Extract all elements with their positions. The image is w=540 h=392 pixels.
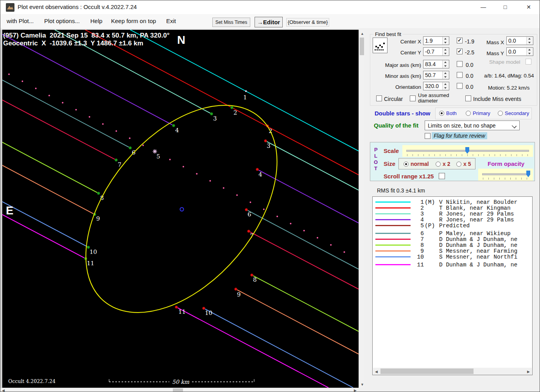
chord-line-11: [176, 307, 328, 388]
major-axis-delta: 0.0: [466, 62, 473, 68]
predicted-path-dot: [8, 74, 10, 75]
spin-down-icon[interactable]: [443, 41, 449, 45]
menu-keep-on-top[interactable]: Keep form on top: [108, 14, 159, 28]
center-y-input[interactable]: -0.7: [423, 47, 449, 56]
legend-row[interactable]: 9S Messner, near Farming: [373, 248, 532, 254]
center-x-delta: -1.9: [465, 38, 474, 45]
predicted-path-dot: [249, 201, 251, 203]
legend-row[interactable]: 5(P)Predicted: [373, 223, 532, 228]
legend-row[interactable]: 1(M)V Nikitin, near Boulder: [373, 199, 532, 205]
find-best-fit-button[interactable]: [373, 38, 388, 53]
chord-line-11: [0, 214, 86, 259]
center-x-lock-checkbox[interactable]: [457, 38, 463, 43]
legend-row[interactable]: 8D Dunham & J Dunham, ne: [373, 242, 532, 248]
center-y-lock-checkbox[interactable]: [457, 49, 463, 54]
scroll-up-icon[interactable]: ▲: [361, 32, 364, 36]
major-axis-label: Major axis (km): [383, 62, 421, 68]
minor-axis-input[interactable]: 50.7: [423, 71, 449, 79]
legend-row[interactable]: 3R Jones, near 29 Palms: [373, 211, 532, 217]
orientation-input[interactable]: 320.0: [423, 82, 449, 90]
form-opacity-slider-thumb[interactable]: [526, 171, 530, 177]
scroll-down-icon[interactable]: ▼: [361, 383, 364, 387]
legend-color-swatch: [375, 201, 411, 203]
plot-vertical-scrollbar[interactable]: ▲ ▼: [359, 30, 364, 388]
plot-horizontal-scrollbar[interactable]: ◀ ▶: [0, 388, 359, 392]
motion-note: Motion: 5.22 km/s: [488, 85, 530, 91]
center-x-input[interactable]: 1.9: [423, 36, 449, 45]
ellipse-center-marker: [180, 208, 184, 211]
editor-button[interactable]: →Editor: [255, 17, 283, 27]
menu-help[interactable]: Help: [87, 14, 106, 28]
legend-color-swatch: [375, 233, 411, 234]
minimize-button[interactable]: —: [472, 0, 494, 14]
orientation-lock-checkbox[interactable]: [457, 83, 463, 89]
minor-axis-lock-checkbox[interactable]: [457, 72, 463, 78]
menu-exit[interactable]: Exit: [163, 14, 179, 28]
scale-slider-thumb[interactable]: [465, 147, 469, 154]
radio-secondary[interactable]: Secondary: [498, 110, 529, 116]
circular-checkbox[interactable]: [376, 95, 382, 101]
legend-row[interactable]: 11D Dunham & J Dunham, ne: [373, 262, 532, 268]
quality-label: Quality of the fit: [374, 122, 418, 129]
radio-both[interactable]: Both: [439, 110, 457, 116]
major-axis-input[interactable]: 83.4: [423, 60, 449, 68]
predicted-path-dot: [169, 159, 171, 160]
find-best-fit-title: Find best fit: [373, 31, 403, 37]
chord-label-6: 6: [248, 211, 251, 218]
mass-y-input[interactable]: 0.0: [506, 47, 533, 56]
chord-label-3: 3: [267, 142, 271, 149]
flag-review-checkbox[interactable]: [425, 133, 431, 139]
menu-with-plot[interactable]: with Plot...: [4, 14, 37, 28]
quality-dropdown[interactable]: Limits on size, but no shape: [425, 120, 520, 130]
legend-scroll-right-icon[interactable]: ▶: [527, 370, 530, 374]
disappear-marker-2: [231, 106, 233, 109]
scroll-right-icon[interactable]: ▶: [354, 388, 357, 392]
legend-scroll-left-icon[interactable]: ◀: [375, 370, 378, 374]
chord-label-8: 8: [253, 276, 257, 283]
legend-row[interactable]: 10S Messner, near Northfi: [373, 254, 532, 260]
predicted-path-dot: [276, 216, 278, 217]
scroll-left-icon[interactable]: ◀: [2, 388, 5, 392]
scale-slider[interactable]: [402, 145, 533, 157]
observer-time-button[interactable]: {Observer & time}: [286, 18, 329, 27]
form-opacity-slider[interactable]: [478, 169, 533, 181]
disappear-marker-3: [210, 113, 213, 115]
mass-x-input[interactable]: 0.0: [506, 36, 533, 45]
mass-x-label: Mass X: [484, 40, 504, 45]
shape-model-checkbox[interactable]: [526, 59, 531, 65]
set-miss-times-button[interactable]: Set Miss Times: [212, 18, 250, 27]
scroll-range-checkbox[interactable]: [439, 173, 445, 179]
predicted-path-dot: [196, 173, 197, 174]
radio-size-x2[interactable]: x 2: [436, 161, 450, 167]
spin-up-icon[interactable]: [443, 37, 449, 41]
maximize-button[interactable]: □: [494, 0, 516, 14]
chord-label-10: 10: [90, 248, 97, 255]
form-opacity-label: Form opacity: [488, 160, 524, 167]
predicted-path-dot: [344, 251, 345, 253]
close-button[interactable]: ✕: [518, 0, 540, 14]
east-label: E: [6, 204, 13, 217]
menu-plot-options[interactable]: Plot options...: [41, 14, 83, 28]
legend-row[interactable]: 7D Dunham & J Dunham, ne: [373, 236, 532, 242]
radio-size-x5[interactable]: x 5: [456, 161, 471, 167]
legend-row[interactable]: 2T Blank, near Kingman: [373, 205, 532, 211]
plot-canvas[interactable]: 12233446677889910101111550 km: [0, 30, 359, 388]
assumed-diameter-checkbox[interactable]: [410, 95, 416, 101]
disappear-marker-4: [172, 124, 175, 127]
predicted-path-dot: [183, 166, 184, 167]
predicted-path-dot: [330, 244, 332, 246]
horizontal-scroll-thumb[interactable]: [173, 388, 183, 392]
major-axis-lock-checkbox[interactable]: [457, 61, 463, 67]
chord-label-9: 9: [96, 215, 100, 222]
radio-primary[interactable]: Primary: [466, 110, 490, 116]
minor-axis-delta: 0.0: [466, 73, 473, 79]
legend-row[interactable]: 6P Maley, near Wikieup: [373, 230, 532, 236]
mass-y-label: Mass Y: [484, 50, 504, 56]
legend-scroll-thumb[interactable]: [380, 369, 474, 374]
legend-row[interactable]: 4R Jones, near 29 Palms: [373, 217, 532, 223]
predicted-path-dot: [102, 123, 104, 125]
legend-scrollbar[interactable]: ◀ ▶: [373, 368, 532, 375]
include-miss-checkbox[interactable]: [465, 95, 471, 101]
vertical-scroll-thumb[interactable]: [360, 38, 364, 55]
radio-size-normal[interactable]: normal: [404, 161, 429, 167]
